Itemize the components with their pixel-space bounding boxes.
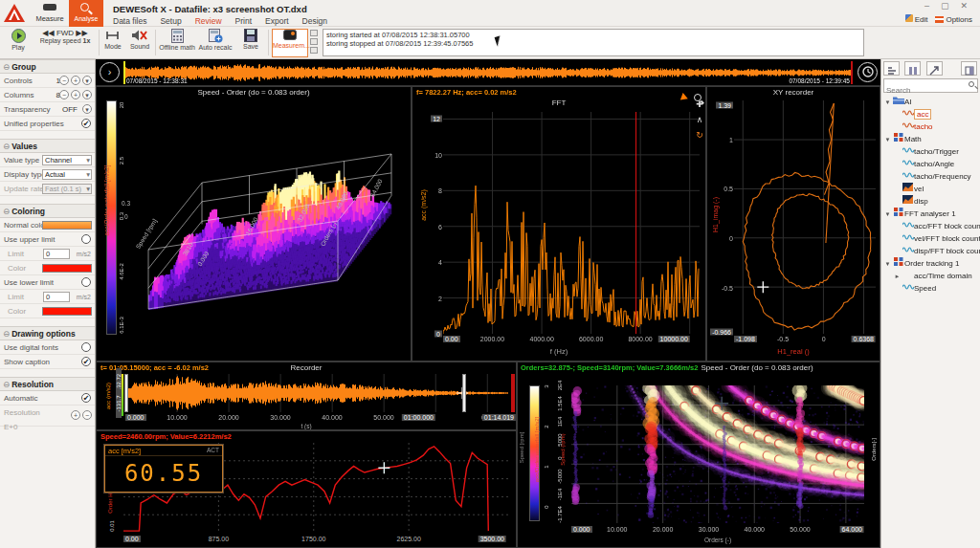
expander-open-icon[interactable]: ▼	[883, 134, 892, 145]
note-icon[interactable]	[310, 38, 318, 45]
plus-button[interactable]: +	[71, 410, 80, 420]
tree-item-tacho-frequency[interactable]: tacho/Frequency	[881, 170, 980, 183]
chevron-down-icon[interactable]: ▾	[82, 90, 92, 99]
rewind-icon[interactable]: ◀◀	[42, 29, 54, 37]
mode-button[interactable]: Mode	[101, 29, 124, 57]
tree-item-ai[interactable]: ▼AI	[881, 96, 980, 108]
measurement-button[interactable]: Measurem...	[272, 29, 308, 57]
close-button[interactable]: ✕	[955, 1, 974, 11]
expand-button[interactable]	[926, 61, 943, 76]
scroll-handle-left[interactable]	[124, 374, 128, 412]
tree-item-math[interactable]: ▼Math	[881, 133, 980, 145]
minus-button[interactable]: −	[82, 410, 92, 420]
menu-export[interactable]: Export	[265, 16, 289, 26]
channel-label: AI	[904, 98, 912, 106]
section-values[interactable]: ⊖Values	[0, 139, 95, 153]
expander-open-icon[interactable]: ▼	[883, 258, 892, 270]
mode-icon	[105, 29, 121, 42]
tree-item-disp-fft-block-count[interactable]: disp/FFT block count	[881, 245, 980, 257]
panel-toggle-button[interactable]	[961, 61, 977, 76]
menu-review[interactable]: Review	[195, 16, 222, 26]
forward-icon[interactable]: ▶▶	[76, 29, 87, 37]
menu-setup[interactable]: Setup	[160, 16, 181, 26]
replay-speed-control[interactable]: ◀◀ FWD ▶▶ Replay speed 1x	[34, 29, 96, 57]
digital-meter[interactable]: acc [m/s2]ACT 60.55	[104, 445, 223, 493]
row-normal-color: Normal color	[0, 218, 95, 232]
fft-panel: f= 7822.27 Hz; acc= 0.02 m/s2 FFT acc (m…	[412, 86, 706, 362]
plus-button[interactable]: +	[71, 90, 80, 99]
auto-recalc-icon	[209, 29, 223, 43]
sound-button[interactable]: Sound	[126, 29, 153, 57]
chevron-up-icon[interactable]: ∧	[693, 115, 706, 124]
minus-button[interactable]: −	[59, 76, 69, 85]
xy-plot[interactable]	[734, 100, 876, 334]
tree-item-acc[interactable]: acc	[881, 108, 980, 121]
tree-item-vel[interactable]: vel	[881, 183, 980, 195]
tree-item-disp[interactable]: disp	[881, 195, 980, 208]
scroll-handle-right[interactable]	[462, 374, 466, 412]
normal-color-swatch[interactable]	[42, 221, 92, 230]
tree-item-tacho-trigger[interactable]: tacho/Trigger	[881, 145, 980, 158]
display-icon[interactable]	[310, 30, 318, 36]
waterfall-plot[interactable]	[131, 99, 407, 349]
offline-math-button[interactable]: Offline math	[159, 29, 195, 57]
display-type-select[interactable]: Actual	[42, 169, 92, 180]
section-resolution[interactable]: ⊖Resolution	[0, 377, 95, 391]
auto-recalc-button[interactable]: Auto recalc	[197, 29, 234, 57]
minus-button[interactable]: −	[59, 90, 69, 99]
checkbox-checked[interactable]: ✔	[81, 357, 91, 366]
menu-data-files[interactable]: Data files	[113, 16, 146, 26]
checkbox-checked[interactable]: ✔	[81, 393, 91, 403]
expand-strip-button[interactable]: ›	[100, 62, 120, 82]
clock-button[interactable]	[858, 62, 878, 82]
fft-plot[interactable]	[443, 112, 700, 334]
chevron-down-icon[interactable]: ▾	[82, 76, 92, 85]
channel-label: tacho/Angle	[914, 160, 954, 168]
maximize-button[interactable]: ▢	[936, 1, 956, 11]
lower-color-swatch[interactable]	[42, 307, 92, 316]
tree-item-tacho[interactable]: tacho	[881, 121, 980, 133]
minimize-button[interactable]: –	[920, 1, 936, 11]
expander-closed-icon[interactable]: ►	[893, 271, 902, 282]
tab-measure[interactable]: Measure	[31, 0, 69, 27]
tree-item-acc-fft-block-count[interactable]: acc/FFT block count	[881, 220, 980, 232]
section-drawing-options[interactable]: ⊖Drawing options	[0, 326, 95, 340]
tree-item-vel-fft-block-count[interactable]: vel/FFT block count	[881, 232, 980, 245]
plus-button[interactable]: +	[71, 76, 80, 85]
radio-unchecked[interactable]	[81, 342, 91, 352]
recorder-plot[interactable]	[125, 374, 508, 412]
upper-limit-input[interactable]: 0	[43, 249, 70, 259]
tree-item-tacho-angle[interactable]: tacho/Angle	[881, 158, 980, 170]
upper-color-swatch[interactable]	[42, 264, 92, 273]
radio-unchecked[interactable]	[81, 277, 91, 287]
expander-open-icon[interactable]: ▼	[883, 208, 892, 220]
order-map-plot[interactable]	[571, 385, 864, 523]
menu-design[interactable]: Design	[302, 16, 327, 26]
radio-unchecked[interactable]	[81, 234, 91, 244]
save-button[interactable]: Save	[237, 29, 264, 57]
mic-icon[interactable]	[310, 47, 318, 54]
section-coloring[interactable]: ⊖Coloring	[0, 204, 95, 218]
overview-waveform[interactable]	[123, 61, 853, 84]
tree-item-order-tracking-1[interactable]: ▼Order tracking 1	[881, 257, 980, 270]
refresh-icon[interactable]: ↻	[693, 130, 706, 140]
tab-analyse[interactable]: Analyse	[69, 0, 103, 27]
tree-item-fft-analyser-1[interactable]: ▼FFT analyser 1	[881, 208, 980, 220]
options-button[interactable]: Options	[946, 15, 972, 24]
checkbox-checked[interactable]: ✔	[81, 119, 91, 128]
channel-label: tacho	[914, 122, 933, 131]
window-controls: –▢✕	[920, 1, 974, 11]
value-type-select[interactable]: Channel	[42, 155, 92, 165]
play-button[interactable]: Play	[6, 29, 31, 57]
edit-button[interactable]: Edit	[915, 15, 928, 24]
tree-item-speed[interactable]: Speed	[881, 282, 980, 295]
menu-print[interactable]: Print	[235, 16, 252, 26]
expander-open-icon[interactable]: ▼	[883, 97, 892, 108]
tree-view-button[interactable]	[883, 61, 900, 76]
chevron-down-icon[interactable]: ▾	[82, 104, 92, 114]
lower-limit-input[interactable]: 0	[43, 292, 70, 302]
pan-icon[interactable]: ✚	[693, 99, 706, 109]
section-group[interactable]: ⊖Group	[0, 59, 95, 74]
list-view-button[interactable]	[904, 61, 921, 76]
tree-item-acc-time-domain[interactable]: ►acc/Time domain	[881, 270, 980, 282]
